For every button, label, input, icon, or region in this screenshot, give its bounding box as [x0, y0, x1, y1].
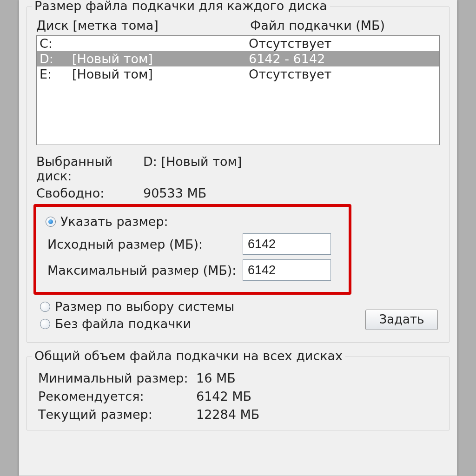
- total-pagefile-group: Общий объем файла подкачки на всех диска…: [26, 357, 450, 430]
- drive-list-row[interactable]: E:[Новый том]Отсутствует: [37, 66, 439, 82]
- max-size-label: Максимальный размер (МБ):: [47, 263, 243, 278]
- set-button[interactable]: Задать: [365, 310, 438, 330]
- group-title: Размер файла подкачки для каждого диска: [32, 0, 330, 13]
- drive-volume-label: [Новый том]: [72, 52, 249, 66]
- current-label: Текущий размер:: [38, 407, 196, 422]
- free-space-label: Свободно:: [36, 186, 143, 200]
- recommended-row: Рекомендуется: 6142 МБ: [38, 389, 440, 403]
- initial-size-row: Исходный размер (МБ):: [47, 233, 343, 255]
- drive-list-row[interactable]: C:Отсутствует: [37, 36, 439, 51]
- list-header: Диск [метка тома] Файл подкачки (МБ): [36, 18, 440, 33]
- pagefile-per-drive-group: Размер файла подкачки для каждого диска …: [26, 7, 450, 343]
- drive-letter: D:: [40, 52, 72, 66]
- drive-listbox[interactable]: C:ОтсутствуетD:[Новый том]6142 - 6142E:[…: [36, 35, 440, 145]
- radio-system-label: Размер по выбору системы: [55, 299, 234, 314]
- initial-size-label: Исходный размер (МБ):: [47, 237, 243, 251]
- radio-set: Размер по выбору системы Без файла подка…: [36, 299, 440, 331]
- selected-drive-label: Выбранный диск:: [36, 154, 143, 183]
- group2-title: Общий объем файла подкачки на всех диска…: [32, 349, 345, 363]
- free-space-row: Свободно: 90533 МБ: [36, 186, 440, 200]
- radio-custom-size[interactable]: Указать размер:: [46, 214, 343, 229]
- header-drive: Диск [метка тома]: [36, 18, 250, 33]
- drive-pagefile-value: 6142 - 6142: [249, 52, 436, 66]
- recommended-label: Рекомендуется:: [38, 389, 196, 403]
- recommended-value: 6142 МБ: [196, 389, 440, 403]
- virtual-memory-panel: Размер файла подкачки для каждого диска …: [19, 0, 457, 476]
- radio-dot-icon: [40, 302, 50, 312]
- initial-size-input[interactable]: [243, 233, 331, 255]
- max-size-input[interactable]: [243, 259, 331, 281]
- current-row: Текущий размер: 12284 МБ: [38, 407, 440, 422]
- selected-drive-row: Выбранный диск: D: [Новый том]: [36, 154, 440, 183]
- max-size-row: Максимальный размер (МБ):: [47, 259, 343, 281]
- min-size-value: 16 МБ: [196, 371, 440, 385]
- drive-letter: E:: [40, 67, 72, 81]
- min-size-label: Минимальный размер:: [38, 371, 196, 385]
- min-size-row: Минимальный размер: 16 МБ: [38, 371, 440, 385]
- free-space-value: 90533 МБ: [143, 186, 440, 200]
- drive-volume-label: [Новый том]: [72, 67, 249, 81]
- radio-custom-label: Указать размер:: [60, 214, 168, 229]
- drive-letter: C:: [40, 36, 72, 51]
- highlight-box: Указать размер: Исходный размер (МБ): Ма…: [33, 204, 351, 295]
- drive-list-row[interactable]: D:[Новый том]6142 - 6142: [37, 51, 439, 66]
- header-pagefile: Файл подкачки (МБ): [250, 18, 440, 33]
- radio-none-label: Без файла подкачки: [55, 317, 191, 331]
- radio-dot-icon: [46, 217, 56, 227]
- drive-pagefile-value: Отсутствует: [249, 36, 436, 51]
- drive-pagefile-value: Отсутствует: [249, 67, 436, 81]
- current-value: 12284 МБ: [196, 407, 440, 422]
- selected-drive-value: D: [Новый том]: [143, 154, 440, 183]
- radio-dot-icon: [40, 319, 50, 329]
